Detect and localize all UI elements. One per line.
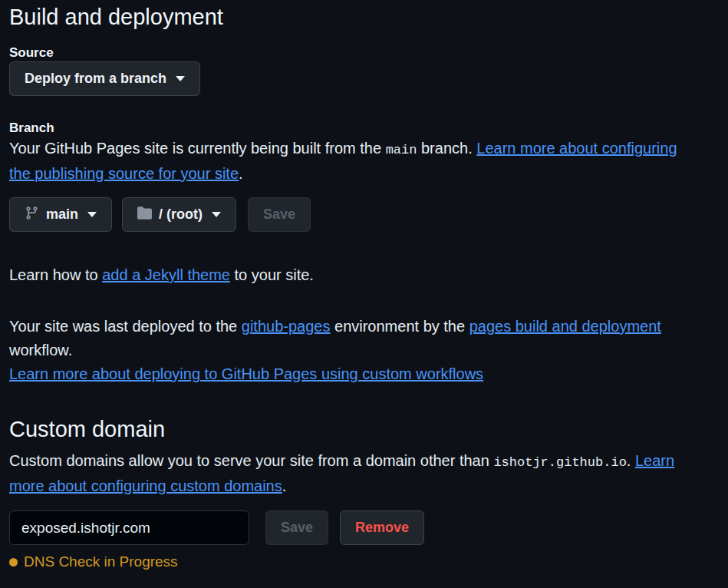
build-deployment-title: Build and deployment: [9, 3, 711, 31]
branch-desc-text: Your GitHub Pages site is currently bein…: [9, 140, 386, 157]
folder-icon: [137, 206, 152, 224]
custom-domains-learn-link-line2: more about configuring custom domains: [9, 477, 282, 494]
deployment-description: Your site was last deployed to the githu…: [9, 315, 711, 362]
jekyll-theme-link[interactable]: add a Jekyll theme: [102, 266, 230, 283]
branch-select-label: main: [46, 206, 78, 223]
custom-domain-period: .: [282, 477, 287, 494]
publishing-source-link-line2: the publishing source for your site: [9, 165, 239, 182]
custom-domain-description: Custom domains allow you to serve your s…: [9, 449, 711, 498]
chevron-down-icon: [176, 76, 185, 81]
custom-domain-text-before: Custom domains allow you to serve your s…: [9, 452, 493, 469]
pages-workflow-link[interactable]: pages build and deployment: [469, 318, 661, 335]
dns-status-text: DNS Check in Progress: [24, 553, 178, 571]
deploy-text-middle: environment by the: [330, 318, 469, 335]
jekyll-theme-line: Learn how to add a Jekyll theme to your …: [9, 263, 711, 287]
branch-name-code: main: [386, 143, 417, 157]
publishing-source-link-line1: Learn more about configuring: [476, 140, 677, 157]
custom-domain-title: Custom domain: [9, 415, 711, 443]
custom-domain-text-mid: .: [627, 452, 635, 469]
custom-domain-input[interactable]: [9, 510, 249, 545]
git-branch-icon: [25, 206, 39, 224]
branch-select-button[interactable]: main: [9, 197, 112, 232]
github-pages-environment-link[interactable]: github-pages: [242, 318, 331, 335]
branch-save-button[interactable]: Save: [248, 197, 311, 232]
folder-select-label: / (root): [159, 206, 203, 223]
folder-select-button[interactable]: / (root): [122, 197, 236, 232]
jekyll-text-before: Learn how to: [9, 266, 102, 283]
source-dropdown-label: Deploy from a branch: [25, 71, 166, 87]
branch-desc-period: .: [239, 165, 243, 182]
branch-description: Your GitHub Pages site is currently bein…: [9, 137, 711, 186]
chevron-down-icon: [87, 212, 97, 217]
branch-label: Branch: [9, 120, 711, 137]
github-io-domain-code: ishotjr.github.io: [493, 455, 626, 470]
jekyll-text-after: to your site.: [230, 266, 314, 283]
build-and-deployment-section: Build and deployment Source Deploy from …: [9, 3, 711, 386]
custom-domain-remove-button[interactable]: Remove: [340, 510, 424, 545]
source-dropdown-button[interactable]: Deploy from a branch: [9, 61, 200, 96]
dns-status: DNS Check in Progress: [9, 553, 711, 571]
custom-domain-save-button[interactable]: Save: [265, 510, 328, 545]
deploy-text-after: workflow.: [9, 342, 72, 358]
dns-status-dot-icon: [9, 558, 18, 567]
custom-workflows-link[interactable]: Learn more about deploying to GitHub Pag…: [9, 365, 483, 382]
branch-desc-text-2: branch.: [417, 140, 476, 157]
deploy-text-before: Your site was last deployed to the: [9, 318, 242, 335]
custom-domains-learn-link-line1: Learn: [635, 452, 674, 469]
chevron-down-icon: [212, 212, 221, 217]
custom-workflows-line: Learn more about deploying to GitHub Pag…: [9, 362, 711, 386]
source-label: Source: [9, 45, 711, 61]
custom-domain-section: Custom domain Custom domains allow you t…: [9, 415, 711, 571]
